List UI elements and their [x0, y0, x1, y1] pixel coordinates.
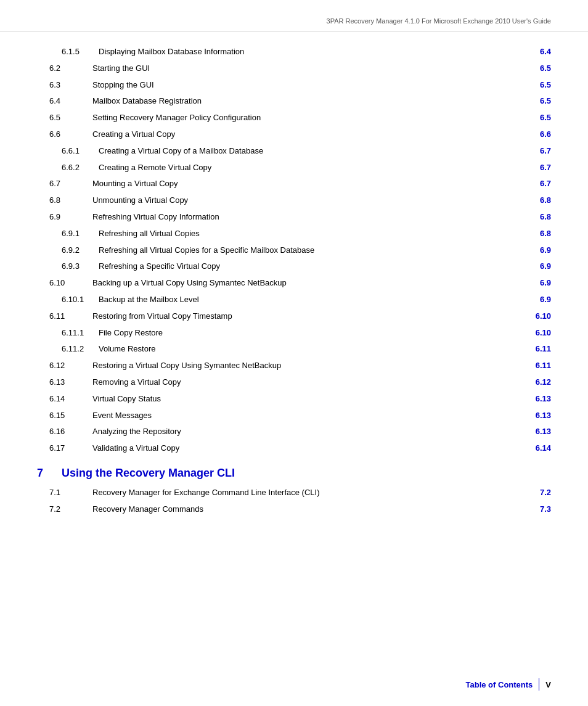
entry-page-612: 6.11: [520, 359, 551, 372]
toc-entry-616: 6.16 Analyzing the Repository 6.13: [37, 424, 551, 440]
entry-page-611: 6.10: [520, 310, 551, 323]
entry-num-63: 6.3: [37, 79, 92, 92]
entry-page-6111: 6.10: [520, 327, 551, 340]
entry-page-68: 6.8: [520, 194, 551, 207]
toc-entry-613: 6.13 Removing a Virtual Copy 6.12: [37, 374, 551, 391]
entry-num-67: 6.7: [37, 178, 92, 191]
entry-page-63: 6.5: [520, 79, 551, 92]
entry-page-66: 6.6: [520, 128, 551, 141]
entry-title-610: Backing up a Virtual Copy Using Symantec…: [92, 277, 520, 290]
entry-page-617: 6.14: [520, 442, 551, 455]
toc-entry-691: 6.9.1 Refreshing all Virtual Copies 6.8: [37, 226, 551, 242]
toc-entry-610: 6.10 Backing up a Virtual Copy Using Sym…: [37, 275, 551, 292]
entry-page-613: 6.12: [520, 376, 551, 389]
entry-num-611: 6.11: [37, 310, 92, 323]
toc-entry-71: 7.1 Recovery Manager for Exchange Comman…: [37, 485, 551, 501]
entry-page-615: 6.4: [520, 46, 551, 59]
entry-page-614: 6.13: [520, 393, 551, 406]
page-header: 3PAR Recovery Manager 4.1.0 For Microsof…: [0, 0, 588, 31]
entry-title-692: Refreshing all Virtual Copies for a Spec…: [99, 244, 520, 257]
entry-page-6112: 6.11: [520, 343, 551, 356]
chapter7-title: Using the Recovery Manager CLI: [62, 467, 235, 480]
entry-page-615b: 6.13: [520, 409, 551, 422]
entry-num-617: 6.17: [37, 442, 92, 455]
footer-page-num: V: [545, 680, 551, 689]
entry-page-67: 6.7: [520, 178, 551, 191]
entry-num-64: 6.4: [37, 95, 92, 108]
chapter7-num: 7: [37, 467, 62, 480]
toc-container: 6.1.5 Displaying Mailbox Database Inform…: [0, 31, 588, 543]
toc-entry-69: 6.9 Refreshing Virtual Copy Information …: [37, 209, 551, 226]
toc-entry-6112: 6.11.2 Volume Restore 6.11: [37, 341, 551, 358]
entry-page-693: 6.9: [520, 260, 551, 273]
toc-entry-72: 7.2 Recovery Manager Commands 7.3: [37, 501, 551, 518]
entry-num-72: 7.2: [37, 503, 92, 516]
entry-title-62: Starting the GUI: [92, 62, 520, 75]
entry-num-691: 6.9.1: [37, 228, 99, 240]
entry-title-6111: File Copy Restore: [99, 327, 520, 340]
entry-num-62: 6.2: [37, 62, 92, 75]
toc-entry-615b: 6.15 Event Messages 6.13: [37, 408, 551, 424]
entry-num-693: 6.9.3: [37, 260, 99, 273]
entry-title-614: Virtual Copy Status: [92, 393, 520, 406]
entry-title-64: Mailbox Database Registration: [92, 95, 520, 108]
entry-page-691: 6.8: [520, 228, 551, 240]
entry-title-66: Creating a Virtual Copy: [92, 128, 520, 141]
toc-entry-63: 6.3 Stopping the GUI 6.5: [37, 77, 551, 94]
entry-title-63: Stopping the GUI: [92, 79, 520, 92]
entry-num-65: 6.5: [37, 112, 92, 125]
toc-entry-6111: 6.11.1 File Copy Restore 6.10: [37, 325, 551, 342]
toc-entry-611: 6.11 Restoring from Virtual Copy Timesta…: [37, 308, 551, 325]
toc-entry-692: 6.9.2 Refreshing all Virtual Copies for …: [37, 242, 551, 259]
entry-title-6112: Volume Restore: [99, 343, 520, 356]
entry-num-610: 6.10: [37, 277, 92, 290]
header-title: 3PAR Recovery Manager 4.1.0 For Microsof…: [327, 17, 551, 25]
entry-page-616: 6.13: [520, 425, 551, 438]
entry-page-71: 7.2: [520, 486, 551, 499]
entry-title-6101: Backup at the Mailbox Level: [99, 293, 520, 306]
footer-toc-label: Table of Contents: [466, 680, 533, 689]
entry-page-64: 6.5: [520, 95, 551, 108]
entry-page-69: 6.8: [520, 211, 551, 224]
entry-title-691: Refreshing all Virtual Copies: [99, 228, 520, 240]
entry-num-612: 6.12: [37, 359, 92, 372]
entry-num-6101: 6.10.1: [37, 293, 99, 306]
toc-entry-615: 6.1.5 Displaying Mailbox Database Inform…: [37, 44, 551, 60]
entry-title-612: Restoring a Virtual Copy Using Symantec …: [92, 359, 520, 372]
entry-title-661: Creating a Virtual Copy of a Mailbox Dat…: [99, 145, 520, 158]
entry-num-616: 6.16: [37, 425, 92, 438]
toc-entry-66: 6.6 Creating a Virtual Copy 6.6: [37, 126, 551, 143]
entry-page-6101: 6.9: [520, 293, 551, 306]
entry-title-615b: Event Messages: [92, 409, 520, 422]
entry-num-615b: 6.15: [37, 409, 92, 422]
entry-num-6111: 6.11.1: [37, 327, 99, 340]
entry-page-65: 6.5: [520, 112, 551, 125]
entry-num-68: 6.8: [37, 194, 92, 207]
entry-num-661: 6.6.1: [37, 145, 99, 158]
entry-num-615: 6.1.5: [37, 46, 99, 59]
entry-title-68: Unmounting a Virtual Copy: [92, 194, 520, 207]
footer-content: Table of Contents V: [466, 678, 551, 691]
entry-page-72: 7.3: [520, 503, 551, 516]
toc-entry-62: 6.2 Starting the GUI 6.5: [37, 60, 551, 77]
entry-num-69: 6.9: [37, 211, 92, 224]
toc-entry-65: 6.5 Setting Recovery Manager Policy Conf…: [37, 110, 551, 126]
entry-title-693: Refreshing a Specific Virtual Copy: [99, 260, 520, 273]
toc-entry-614: 6.14 Virtual Copy Status 6.13: [37, 391, 551, 408]
entry-num-66: 6.6: [37, 128, 92, 141]
toc-entry-64: 6.4 Mailbox Database Registration 6.5: [37, 93, 551, 110]
entry-title-72: Recovery Manager Commands: [92, 503, 520, 516]
entry-page-610: 6.9: [520, 277, 551, 290]
chapter7-heading: 7 Using the Recovery Manager CLI: [37, 457, 551, 485]
entry-num-614: 6.14: [37, 393, 92, 406]
toc-entry-612: 6.12 Restoring a Virtual Copy Using Syma…: [37, 358, 551, 374]
entry-title-67: Mounting a Virtual Copy: [92, 178, 520, 191]
toc-entry-67: 6.7 Mounting a Virtual Copy 6.7: [37, 176, 551, 192]
entry-title-71: Recovery Manager for Exchange Command Li…: [92, 486, 520, 499]
entry-title-617: Validating a Virtual Copy: [92, 442, 520, 455]
entry-title-613: Removing a Virtual Copy: [92, 376, 520, 389]
toc-entry-68: 6.8 Unmounting a Virtual Copy 6.8: [37, 192, 551, 209]
footer-divider: [539, 678, 539, 691]
entry-title-615: Displaying Mailbox Database Information: [99, 46, 520, 59]
toc-entry-617: 6.17 Validating a Virtual Copy 6.14: [37, 440, 551, 457]
